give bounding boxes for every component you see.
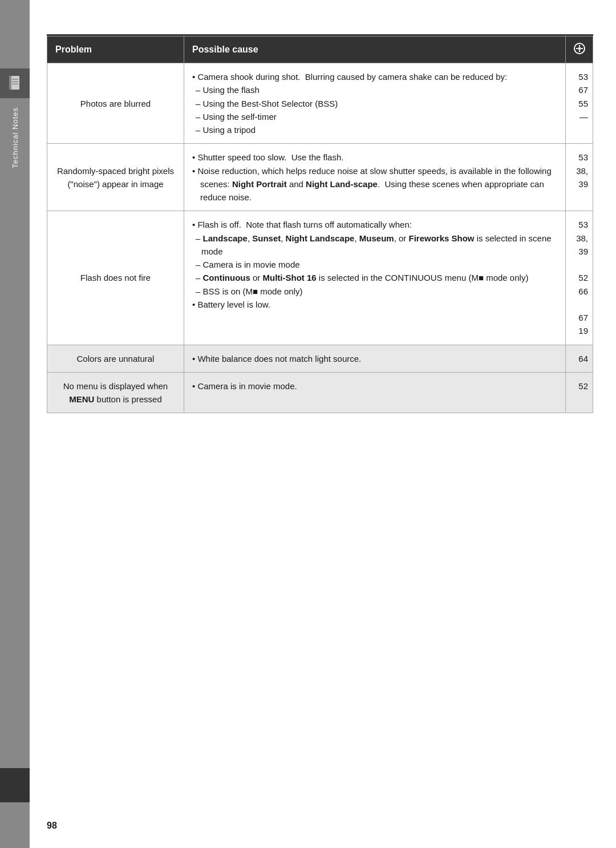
main-content: Problem Possible cause P	[30, 0, 616, 848]
table-row: Colors are unnatural • White balance doe…	[47, 345, 593, 372]
cause-cell: • Camera shook during shot. Blurring cau…	[184, 63, 566, 144]
header-icon	[566, 37, 593, 63]
cause-cell: • Shutter speed too slow. Use the flash.…	[184, 144, 566, 211]
cause-text: – Using the flash	[192, 83, 557, 96]
table-row: Photos are blurred • Camera shook during…	[47, 63, 593, 144]
problem-cell: Randomly-spaced bright pixels ("noise") …	[47, 144, 184, 211]
cause-text: – Landscape, Sunset, Night Landscape, Mu…	[192, 232, 557, 259]
cause-text: – Using the Best-Shot Selector (BSS)	[192, 97, 557, 110]
cause-text: • Noise reduction, which helps reduce no…	[192, 164, 557, 204]
table-row: Flash does not fire • Flash is off. Note…	[47, 211, 593, 345]
cause-cell: • White balance does not match light sou…	[184, 345, 566, 372]
cause-text: – Using a tripod	[192, 123, 557, 136]
page-num-cell: 52	[566, 372, 593, 413]
problem-cell: Colors are unnatural	[47, 345, 184, 372]
svg-point-10	[578, 47, 581, 50]
cause-text: • Camera is in movie mode.	[192, 379, 557, 393]
page-num-cell: 53 38, 39 52 66 67 19	[566, 211, 593, 345]
cause-cell: • Camera is in movie mode.	[184, 372, 566, 413]
cause-cell: • Flash is off. Note that flash turns of…	[184, 211, 566, 345]
header-cause: Possible cause	[184, 37, 566, 63]
cause-text: – Continuous or Multi-Shot 16 is selecte…	[192, 271, 557, 284]
book-icon	[0, 68, 30, 98]
cause-text: • White balance does not match light sou…	[192, 352, 557, 365]
cause-text: • Flash is off. Note that flash turns of…	[192, 218, 557, 231]
cause-text: – BSS is on (M■ mode only)	[192, 285, 557, 298]
page-number: 98	[47, 821, 57, 831]
page-num-cell: 53 67 55 —	[566, 63, 593, 144]
cause-text: – Camera is in movie mode	[192, 258, 557, 271]
trouble-table: Problem Possible cause P	[47, 36, 593, 413]
cause-text: • Shutter speed too slow. Use the flash.	[192, 151, 557, 164]
table-row: No menu is displayed when MENU button is…	[47, 372, 593, 413]
cause-text: • Battery level is low.	[192, 298, 557, 311]
sidebar-label: Technical Notes	[11, 107, 19, 168]
table-row: Randomly-spaced bright pixels ("noise") …	[47, 144, 593, 211]
page-num-cell: 53 38, 39	[566, 144, 593, 211]
page-num-cell: 64	[566, 345, 593, 372]
cause-text: – Using the self-timer	[192, 110, 557, 123]
num-group: 53 38, 39 52 66 67 19	[570, 218, 588, 337]
problem-cell: Flash does not fire	[47, 211, 184, 345]
sidebar: Technical Notes	[0, 0, 30, 848]
problem-cell: Photos are blurred	[47, 63, 184, 144]
num-group: 53 67 55 —	[570, 70, 588, 123]
num-group: 53 38, 39	[570, 151, 588, 191]
sidebar-bottom-block	[0, 768, 30, 802]
problem-cell: No menu is displayed when MENU button is…	[47, 372, 184, 413]
header-problem: Problem	[47, 37, 184, 63]
cause-text: • Camera shook during shot. Blurring cau…	[192, 70, 557, 83]
svg-rect-1	[9, 76, 11, 90]
